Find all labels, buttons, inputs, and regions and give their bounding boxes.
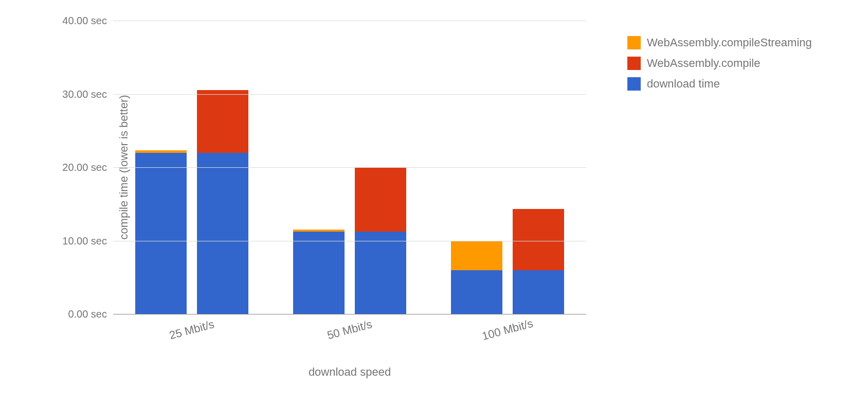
- plot-area: 0.00 sec10.00 sec20.00 sec30.00 sec40.00…: [113, 21, 586, 314]
- bar-segment: [513, 209, 564, 270]
- bar-segment: [451, 270, 502, 314]
- bar-segment: [197, 90, 248, 152]
- gridline: [113, 21, 586, 21]
- legend-swatch-red: [627, 57, 641, 70]
- bar-segment: [355, 167, 406, 232]
- x-axis-line: [113, 314, 586, 314]
- bar-segment: [135, 150, 187, 152]
- bar-segment: [513, 270, 564, 314]
- bar-segment: [293, 232, 345, 314]
- y-tick-label: 30.00 sec: [62, 88, 113, 100]
- gridline: [113, 241, 586, 241]
- x-tick-label: 50 Mbit/s: [326, 318, 374, 342]
- legend-label: download time: [647, 77, 720, 91]
- x-axis-label: download speed: [113, 365, 586, 379]
- y-tick-label: 40.00 sec: [62, 15, 113, 27]
- legend-label: WebAssembly.compileStreaming: [647, 36, 812, 49]
- legend-swatch-blue: [627, 77, 641, 91]
- bar-segment: [135, 153, 187, 314]
- legend-item: download time: [627, 77, 812, 91]
- gridline: [113, 94, 586, 95]
- y-tick-label: 0.00 sec: [68, 308, 113, 320]
- legend-label: WebAssembly.compile: [647, 57, 760, 70]
- x-tick-label: 25 Mbit/s: [168, 318, 216, 342]
- gridline: [113, 167, 586, 168]
- x-tick-label: 100 Mbit/s: [480, 317, 534, 343]
- legend-item: WebAssembly.compile: [627, 57, 812, 70]
- legend-swatch-orange: [627, 36, 641, 49]
- y-tick-label: 10.00 sec: [62, 235, 113, 247]
- bar-segment: [197, 153, 248, 314]
- bar-segment: [451, 241, 502, 270]
- chart-container: compile time (lower is better) 0.00 sec1…: [41, 10, 607, 381]
- bar-segment: [355, 232, 406, 314]
- y-tick-label: 20.00 sec: [62, 162, 113, 173]
- bar-segment: [293, 230, 345, 232]
- legend-item: WebAssembly.compileStreaming: [627, 36, 812, 49]
- legend: WebAssembly.compileStreaming WebAssembly…: [627, 36, 812, 98]
